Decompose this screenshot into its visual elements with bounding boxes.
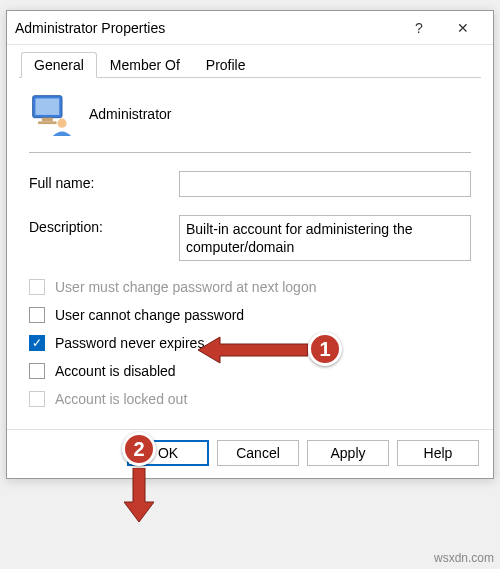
cancel-button[interactable]: Cancel: [217, 440, 299, 466]
checkbox-account-locked: Account is locked out: [29, 391, 471, 407]
window-title: Administrator Properties: [15, 20, 397, 36]
svg-rect-3: [38, 121, 56, 124]
checkbox-icon: ✓: [29, 335, 45, 351]
checkbox-label: Password never expires: [55, 335, 204, 351]
checkbox-icon: [29, 279, 45, 295]
svg-point-4: [57, 119, 66, 128]
tab-profile[interactable]: Profile: [193, 52, 259, 78]
checkbox-label: User must change password at next logon: [55, 279, 316, 295]
checkbox-label: User cannot change password: [55, 307, 244, 323]
checkbox-cannot-change-password[interactable]: User cannot change password: [29, 307, 471, 323]
checkbox-icon: [29, 363, 45, 379]
watermark: wsxdn.com: [434, 551, 494, 565]
user-monitor-icon: [29, 92, 73, 136]
tab-member-of[interactable]: Member Of: [97, 52, 193, 78]
svg-rect-2: [42, 118, 53, 122]
full-name-input[interactable]: [179, 171, 471, 197]
close-icon[interactable]: ✕: [441, 13, 485, 43]
account-name: Administrator: [89, 106, 171, 122]
help-icon[interactable]: ?: [397, 13, 441, 43]
tab-general[interactable]: General: [21, 52, 97, 78]
svg-marker-6: [124, 468, 154, 522]
description-input[interactable]: Built-in account for administering the c…: [179, 215, 471, 261]
checkbox-label: Account is locked out: [55, 391, 187, 407]
annotation-arrow-1: [198, 333, 308, 367]
annotation-step-2: 2: [122, 432, 156, 466]
tab-strip: General Member Of Profile: [7, 45, 493, 77]
button-row: OK Cancel Apply Help: [7, 429, 493, 478]
tab-content: Administrator Full name: Description: Bu…: [7, 78, 493, 429]
help-button[interactable]: Help: [397, 440, 479, 466]
annotation-step-1: 1: [308, 332, 342, 366]
checkbox-must-change-password: User must change password at next logon: [29, 279, 471, 295]
svg-marker-5: [198, 337, 308, 363]
titlebar: Administrator Properties ? ✕: [7, 11, 493, 45]
checkbox-label: Account is disabled: [55, 363, 176, 379]
annotation-arrow-2: [124, 468, 154, 522]
svg-rect-1: [35, 98, 59, 115]
properties-dialog: Administrator Properties ? ✕ General Mem…: [6, 10, 494, 479]
apply-button[interactable]: Apply: [307, 440, 389, 466]
checkbox-icon: [29, 391, 45, 407]
description-label: Description:: [29, 215, 179, 235]
checkbox-icon: [29, 307, 45, 323]
full-name-label: Full name:: [29, 171, 179, 191]
